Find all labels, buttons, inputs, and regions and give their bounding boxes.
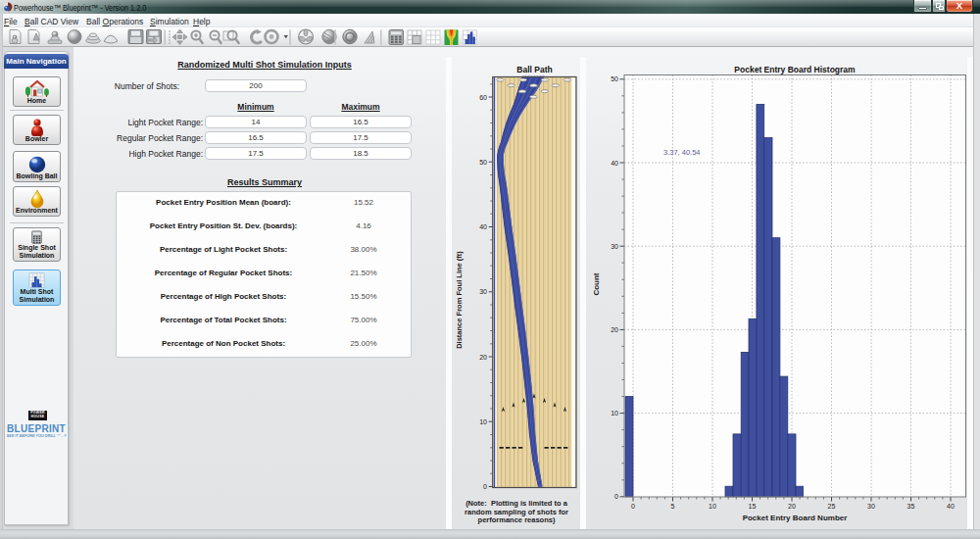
- svg-text:Distance From Foul Line (ft): Distance From Foul Line (ft): [455, 251, 464, 349]
- svg-text:15: 15: [749, 503, 757, 510]
- svg-text:30: 30: [611, 243, 618, 250]
- svg-text:35: 35: [907, 503, 915, 510]
- svg-text:30: 30: [479, 288, 487, 295]
- svg-text:3.37, 40.54: 3.37, 40.54: [663, 148, 701, 157]
- svg-text:30: 30: [867, 503, 875, 510]
- svg-text:10: 10: [709, 503, 716, 510]
- svg-text:0: 0: [483, 483, 487, 490]
- svg-text:20: 20: [788, 503, 796, 510]
- svg-text:60: 60: [479, 94, 487, 101]
- svg-text:5: 5: [671, 503, 675, 510]
- svg-text:20: 20: [479, 354, 487, 361]
- svg-text:40: 40: [479, 223, 487, 230]
- svg-text:Count: Count: [592, 272, 601, 295]
- svg-text:50: 50: [479, 159, 487, 166]
- svg-text:40: 40: [611, 160, 618, 167]
- svg-text:0: 0: [631, 503, 635, 510]
- svg-text:20: 20: [611, 326, 618, 333]
- svg-text:10: 10: [479, 418, 487, 425]
- svg-text:Pocket Entry Board Number: Pocket Entry Board Number: [743, 514, 848, 522]
- svg-text:0: 0: [614, 493, 618, 500]
- svg-text:25: 25: [828, 503, 836, 510]
- svg-text:50: 50: [611, 75, 618, 82]
- svg-text:40: 40: [947, 503, 955, 510]
- svg-text:10: 10: [611, 410, 618, 416]
